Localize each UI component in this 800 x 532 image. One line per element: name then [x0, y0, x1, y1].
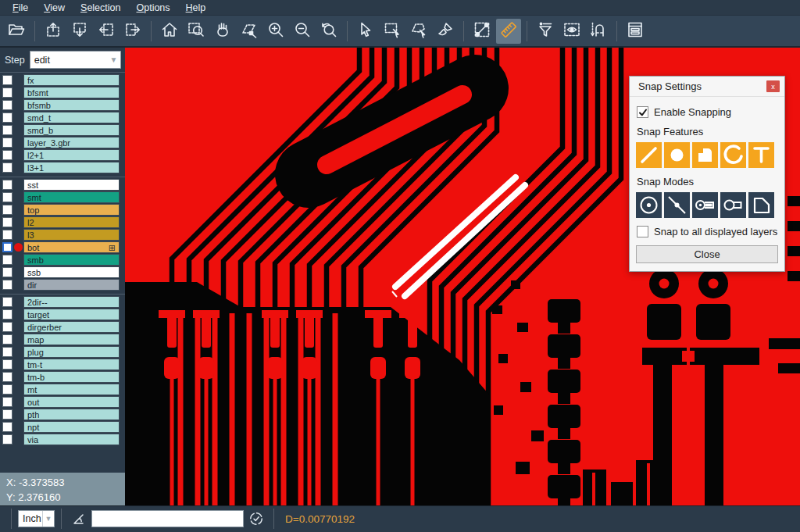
layer-checkbox-2dir--[interactable] — [2, 297, 12, 307]
properties-panel-button[interactable] — [623, 19, 648, 44]
layer-name-npt[interactable]: npt — [23, 421, 120, 433]
layer-checkbox-layer_3.gbr[interactable] — [2, 137, 12, 148]
open-file-button[interactable] — [4, 19, 29, 44]
select-arrow-button[interactable] — [353, 19, 378, 44]
layer-checkbox-smb[interactable] — [2, 255, 12, 265]
layer-checkbox-dirgerber[interactable] — [2, 322, 12, 332]
snap-mode-line-point-button[interactable] — [664, 192, 690, 218]
layer-name-sst[interactable]: sst — [23, 179, 120, 191]
zoom-in-button[interactable] — [263, 19, 288, 44]
layer-name-l2[interactable]: l2 — [23, 216, 120, 228]
pcb-canvas[interactable]: Snap Settings x Enable Snapping Snap Fea… — [125, 48, 800, 505]
step-select[interactable]: edit ▼ — [30, 51, 121, 69]
layer-checkbox-l3[interactable] — [2, 230, 12, 240]
pan-down-button[interactable] — [67, 19, 92, 44]
layer-name-ssb[interactable]: ssb — [23, 266, 120, 278]
menu-view[interactable]: View — [36, 1, 73, 15]
layer-name-plug[interactable]: plug — [23, 346, 120, 358]
layer-name-fx[interactable]: fx — [23, 74, 120, 86]
layer-name-smd_t[interactable]: smd_t — [23, 112, 120, 123]
zoom-previous-button[interactable] — [316, 19, 341, 44]
layer-name-smd_b[interactable]: smd_b — [23, 124, 120, 136]
layer-name-dir[interactable]: dir — [23, 279, 120, 291]
ruler-button[interactable] — [496, 19, 521, 44]
layer-name-smt[interactable]: smt — [23, 191, 120, 203]
snap-mode-center-button[interactable] — [636, 192, 662, 218]
snap-mode-pad-slot-button[interactable] — [692, 192, 718, 218]
layer-name-out[interactable]: out — [23, 396, 120, 408]
menu-file[interactable]: File — [5, 1, 36, 15]
snap-mode-region-button[interactable] — [748, 192, 774, 218]
layer-checkbox-bfsmb[interactable] — [2, 100, 12, 110]
all-layers-checkbox[interactable] — [637, 226, 648, 237]
pan-left-button[interactable] — [94, 19, 119, 44]
snap-feature-pad-button[interactable] — [664, 142, 690, 168]
layer-checkbox-plug[interactable] — [2, 347, 12, 357]
layer-name-2dir--[interactable]: 2dir-- — [23, 296, 120, 308]
layer-name-bfsmt[interactable]: bfsmt — [23, 87, 120, 98]
layer-name-smb[interactable]: smb — [23, 254, 120, 266]
layer-checkbox-via[interactable] — [2, 434, 12, 445]
layer-name-bot[interactable]: bot⊞ — [23, 241, 120, 253]
snap-magnet-button[interactable] — [586, 19, 611, 44]
layer-checkbox-target[interactable] — [2, 309, 12, 320]
enable-snapping-checkbox[interactable] — [637, 106, 648, 118]
layer-checkbox-dir[interactable] — [2, 280, 12, 290]
select-rectangle-button[interactable] — [380, 19, 405, 44]
clean-brush-button[interactable] — [433, 19, 458, 44]
layer-checkbox-l3+1[interactable] — [2, 162, 12, 173]
layer-checkbox-bot[interactable] — [2, 242, 12, 252]
layer-checkbox-smd_t[interactable] — [2, 112, 12, 123]
snap-feature-arc-button[interactable] — [720, 142, 746, 168]
layer-name-l3+1[interactable]: l3+1 — [23, 162, 120, 173]
snap-feature-line-button[interactable] — [636, 142, 662, 168]
dialog-close-action-button[interactable]: Close — [636, 245, 778, 263]
layer-checkbox-bfsmt[interactable] — [2, 87, 12, 98]
angle-corner-icon[interactable] — [71, 511, 87, 527]
sync-check-icon[interactable] — [248, 511, 264, 527]
dialog-close-button[interactable]: x — [766, 80, 780, 92]
pan-hand-button[interactable] — [210, 19, 235, 44]
layer-name-mt[interactable]: mt — [23, 384, 120, 395]
layer-name-map[interactable]: map — [23, 334, 120, 345]
view-area-button[interactable] — [559, 19, 584, 44]
layer-name-tm-b[interactable]: tm-b — [23, 371, 120, 383]
layer-name-pth[interactable]: pth — [23, 409, 120, 420]
layer-checkbox-npt[interactable] — [2, 422, 12, 432]
layer-name-via[interactable]: via — [23, 434, 120, 445]
move-feature-button[interactable] — [237, 19, 262, 44]
layer-checkbox-tm-t[interactable] — [2, 359, 12, 370]
layer-name-layer_3.gbr[interactable]: layer_3.gbr — [23, 137, 120, 148]
layer-name-bfsmb[interactable]: bfsmb — [23, 99, 120, 111]
layer-name-l3[interactable]: l3 — [23, 229, 120, 241]
zoom-window-button[interactable] — [184, 19, 209, 44]
layer-checkbox-ssb[interactable] — [2, 267, 12, 277]
snap-feature-text-button[interactable] — [748, 142, 774, 168]
select-polygon-button[interactable] — [406, 19, 431, 44]
layer-checkbox-out[interactable] — [2, 397, 12, 407]
menu-help[interactable]: Help — [178, 1, 214, 15]
dialog-title-bar[interactable]: Snap Settings x — [630, 77, 784, 97]
layer-name-top[interactable]: top — [23, 204, 120, 216]
layer-checkbox-l2+1[interactable] — [2, 150, 12, 160]
layer-name-dirgerber[interactable]: dirgerber — [23, 321, 120, 333]
snap-mode-slot-outline-button[interactable] — [720, 192, 746, 218]
layer-checkbox-mt[interactable] — [2, 384, 12, 395]
menu-options[interactable]: Options — [128, 1, 177, 15]
pan-right-button[interactable] — [120, 19, 145, 44]
layer-checkbox-top[interactable] — [2, 205, 12, 215]
layer-checkbox-l2[interactable] — [2, 217, 12, 227]
layer-checkbox-map[interactable] — [2, 334, 12, 345]
layer-name-tm-t[interactable]: tm-t — [23, 359, 120, 370]
layer-checkbox-fx[interactable] — [2, 75, 12, 85]
measure-points-button[interactable] — [470, 19, 495, 44]
layer-checkbox-tm-b[interactable] — [2, 372, 12, 382]
menu-selection[interactable]: Selection — [73, 1, 128, 15]
layer-checkbox-smd_b[interactable] — [2, 125, 12, 135]
layer-checkbox-smt[interactable] — [2, 192, 12, 202]
command-input[interactable] — [91, 510, 244, 527]
filter-button[interactable] — [533, 19, 558, 44]
pan-up-button[interactable] — [41, 19, 66, 44]
units-select[interactable]: Inch ▼ — [18, 510, 55, 527]
layer-checkbox-sst[interactable] — [2, 180, 12, 190]
